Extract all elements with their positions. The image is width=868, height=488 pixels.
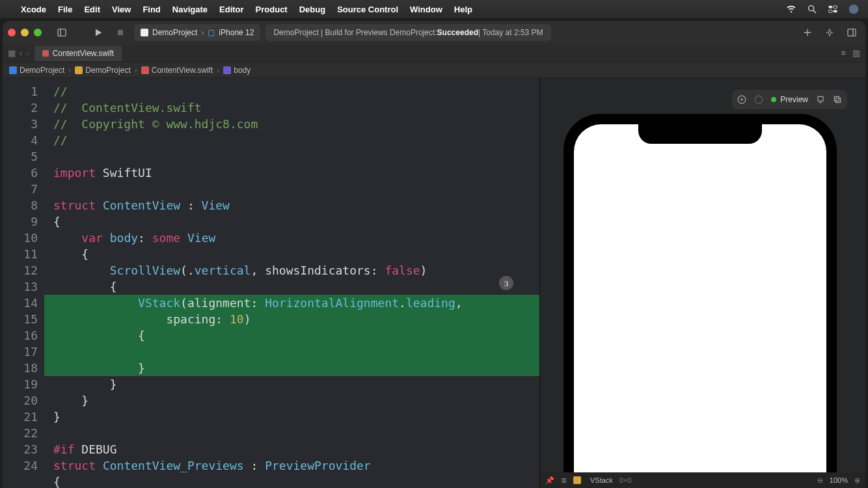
control-center-icon[interactable] [828, 4, 838, 14]
line-number: 12 [3, 262, 38, 278]
zoom-window-button[interactable] [34, 29, 42, 36]
pin-preview-icon[interactable]: 📌 [545, 476, 554, 485]
main-area: 123456789101112131415161718192021222324 … [3, 78, 865, 488]
device-screen[interactable] [574, 124, 826, 488]
code-line[interactable]: import SwiftUI [44, 165, 539, 181]
macos-menubar: Xcode File Edit View Find Navigate Edito… [0, 0, 868, 18]
vstack-icon [573, 476, 581, 484]
adjust-editor-icon[interactable]: ▥ [852, 48, 860, 58]
run-button[interactable] [90, 24, 107, 41]
zoom-out-icon[interactable]: ⊖ [817, 476, 823, 485]
related-items-icon[interactable]: ▦ [8, 48, 16, 58]
back-button[interactable]: ‹ [20, 48, 22, 58]
crumb-file[interactable]: ContentView.swift [152, 66, 213, 75]
svg-rect-3 [834, 6, 837, 8]
menubar-item-source-control[interactable]: Source Control [337, 5, 398, 14]
menubar-item-product[interactable]: Product [256, 5, 288, 14]
editor-tab[interactable]: ContentView.swift [34, 46, 122, 61]
menubar-item-edit[interactable]: Edit [84, 5, 100, 14]
menubar-item-window[interactable]: Window [410, 5, 442, 14]
jump-bar[interactable]: DemoProject › DemoProject › ContentView.… [3, 62, 865, 78]
line-number: 20 [3, 392, 38, 409]
scheme-selector[interactable]: DemoProject › ▢ iPhone 12 [134, 24, 260, 41]
code-line[interactable]: // Copyright © www.hdjc8.com [44, 116, 539, 132]
code-line[interactable]: { [44, 278, 539, 295]
code-line[interactable]: #if DEBUG [44, 441, 539, 457]
menubar-item-debug[interactable]: Debug [299, 5, 325, 14]
navigator-toggle-icon[interactable] [53, 24, 70, 41]
menubar-app-name[interactable]: Xcode [21, 5, 46, 14]
line-number: 9 [3, 213, 38, 230]
device-icon: ▢ [208, 28, 215, 37]
stop-button[interactable] [112, 24, 129, 41]
device-settings-icon[interactable] [816, 95, 825, 104]
zoom-level[interactable]: 100% [830, 476, 848, 484]
menubar-item-editor[interactable]: Editor [219, 5, 244, 14]
code-line[interactable]: { [44, 213, 539, 230]
code-line[interactable] [44, 344, 539, 360]
element-size: 0×0 [619, 476, 632, 484]
library-button[interactable] [821, 24, 838, 41]
code-line[interactable]: } [44, 392, 539, 409]
code-line[interactable]: VStack(alignment: HorizontalAlignment.le… [44, 295, 539, 311]
duplicate-preview-icon[interactable] [833, 95, 842, 104]
crumb-symbol[interactable]: body [234, 66, 251, 75]
line-number: 23 [3, 441, 38, 457]
close-window-button[interactable] [8, 29, 16, 36]
code-line[interactable]: var body: some View [44, 230, 539, 246]
code-area[interactable]: //// ContentView.swift// Copyright © www… [44, 78, 539, 488]
change-annotation-badge[interactable]: 3 [499, 276, 513, 290]
menubar-item-file[interactable]: File [58, 5, 72, 14]
preview-list-icon[interactable]: ≣ [561, 476, 567, 485]
minimap-toggle-icon[interactable]: ≡ [841, 48, 846, 58]
inspectors-toggle-icon[interactable] [843, 24, 860, 41]
code-line[interactable]: } [44, 409, 539, 425]
line-number: 14 [3, 295, 38, 311]
code-line[interactable]: // [44, 83, 539, 100]
chevron-right-icon: › [201, 28, 204, 37]
add-editor-button[interactable] [799, 24, 816, 41]
code-line[interactable]: struct ContentView : View [44, 197, 539, 213]
crumb-folder[interactable]: DemoProject [85, 66, 130, 75]
code-line[interactable] [44, 425, 539, 441]
code-line[interactable]: struct ContentView_Previews : PreviewPro… [44, 457, 539, 474]
selected-element[interactable]: VStack [590, 476, 613, 484]
line-number: 1 [3, 83, 38, 100]
swift-file-icon [141, 66, 149, 74]
minimize-window-button[interactable] [21, 29, 29, 36]
spotlight-icon[interactable] [807, 4, 817, 14]
forward-button[interactable]: › [26, 48, 29, 58]
source-editor[interactable]: 123456789101112131415161718192021222324 … [3, 78, 540, 488]
user-avatar-icon[interactable] [848, 4, 859, 14]
play-preview-icon[interactable] [737, 95, 746, 104]
code-line[interactable]: { [44, 474, 539, 488]
code-line[interactable] [44, 148, 539, 165]
zoom-in-icon[interactable]: ⊕ [854, 476, 860, 485]
wifi-icon[interactable] [786, 4, 796, 14]
code-line[interactable]: // [44, 132, 539, 148]
chevron-right-icon: › [68, 66, 71, 75]
preview-toolbar: Preview [732, 90, 847, 109]
code-line[interactable]: } [44, 376, 539, 392]
svg-rect-10 [848, 29, 856, 36]
preview-status[interactable]: Preview [771, 95, 808, 104]
menubar-item-help[interactable]: Help [454, 5, 472, 14]
line-number: 3 [3, 116, 38, 132]
code-line[interactable] [44, 181, 539, 197]
svg-point-6 [849, 5, 859, 14]
menubar-item-navigate[interactable]: Navigate [172, 5, 208, 14]
live-preview-icon[interactable] [754, 95, 763, 104]
code-line[interactable]: } [44, 360, 539, 376]
code-line[interactable]: { [44, 246, 539, 262]
code-line[interactable]: { [44, 327, 539, 344]
line-number: 11 [3, 246, 38, 262]
menubar-item-find[interactable]: Find [142, 5, 160, 14]
code-line[interactable]: spacing: 10) [44, 311, 539, 327]
svg-rect-9 [118, 30, 123, 35]
line-number: 15 [3, 311, 38, 327]
code-line[interactable]: // ContentView.swift [44, 100, 539, 116]
menubar-item-view[interactable]: View [112, 5, 131, 14]
crumb-project[interactable]: DemoProject [20, 66, 64, 75]
line-number: 10 [3, 230, 38, 246]
code-line[interactable]: ScrollView(.vertical, showsIndicators: f… [44, 262, 539, 278]
